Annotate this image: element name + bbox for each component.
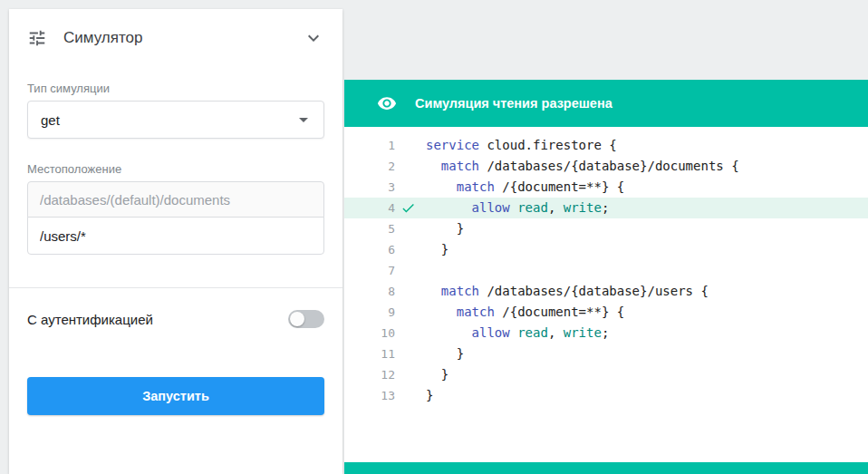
toggle-thumb [290, 312, 304, 326]
gutter-spacer [395, 343, 420, 364]
code-text: match /{document=**} { [420, 177, 624, 198]
line-number: 4 [344, 198, 395, 218]
code-text: service cloud.firestore { [420, 135, 617, 156]
line-number: 7 [344, 260, 395, 281]
gutter-spacer [395, 281, 420, 302]
divider [9, 287, 342, 288]
line-number: 13 [344, 385, 395, 406]
code-line[interactable]: 1service cloud.firestore { [344, 135, 868, 156]
code-line[interactable]: 4 allow read, write; [344, 198, 868, 218]
code-text: allow read, write; [420, 198, 609, 218]
line-number: 3 [344, 177, 395, 198]
dropdown-arrow-icon [293, 109, 314, 131]
location-input[interactable] [27, 217, 324, 255]
location-label: Местоположение [27, 162, 324, 176]
editor-area: Симуляция чтения разрешена 1service clou… [344, 0, 868, 474]
line-number: 5 [344, 218, 395, 239]
gutter-spacer [395, 177, 420, 198]
gutter-spacer [395, 364, 420, 385]
check-icon [395, 198, 420, 218]
result-banner: Симуляция чтения разрешена [344, 80, 868, 127]
line-number: 11 [344, 343, 395, 364]
line-number: 8 [344, 281, 395, 302]
code-line[interactable]: 2 match /databases/{database}/documents … [344, 156, 868, 177]
code-line[interactable]: 13} [344, 385, 868, 406]
simulation-type-value: get [41, 112, 293, 128]
gutter-spacer [395, 135, 420, 156]
simulation-type-select[interactable]: get [27, 101, 324, 139]
panel-title: Симулятор [63, 29, 303, 47]
simulator-header[interactable]: Симулятор [9, 9, 342, 62]
gutter-spacer [395, 239, 420, 260]
line-number: 2 [344, 156, 395, 177]
code-line[interactable]: 7 [344, 260, 868, 281]
code-text: match /databases/{database}/documents { [420, 156, 739, 177]
result-banner-text: Симуляция чтения разрешена [415, 96, 612, 111]
code-line[interactable]: 5 } [344, 218, 868, 239]
line-number: 6 [344, 239, 395, 260]
line-number: 12 [344, 364, 395, 385]
gutter-spacer [395, 218, 420, 239]
code-text: match /databases/{database}/users { [420, 281, 709, 302]
eye-icon [377, 93, 397, 113]
line-number: 1 [344, 135, 395, 156]
line-number: 10 [344, 323, 395, 343]
code-line[interactable]: 11 } [344, 343, 868, 364]
auth-toggle[interactable] [288, 310, 324, 328]
code-text: } [420, 218, 464, 239]
simulation-type-label: Тип симуляции [27, 82, 324, 95]
simulator-panel: Симулятор Тип симуляции get Местоположен… [9, 9, 342, 474]
gutter-spacer [395, 385, 420, 406]
gutter-spacer [395, 156, 420, 177]
chevron-down-icon[interactable] [303, 27, 324, 49]
location-prefix-field [27, 181, 324, 218]
code-text: allow read, write; [420, 323, 609, 343]
line-number: 9 [344, 302, 395, 323]
gutter-spacer [395, 323, 420, 343]
code-line[interactable]: 12 } [344, 364, 868, 385]
rules-editor[interactable]: 1service cloud.firestore {2 match /datab… [344, 127, 868, 462]
code-line[interactable]: 10 allow read, write; [344, 323, 868, 343]
tune-icon [27, 27, 49, 49]
gutter-spacer [395, 302, 420, 323]
code-line[interactable]: 8 match /databases/{database}/users { [344, 281, 868, 302]
code-text: match /{document=**} { [420, 302, 624, 323]
run-button[interactable]: Запустить [27, 377, 324, 415]
code-text: } [420, 385, 433, 406]
auth-row: С аутентификацией [27, 310, 324, 328]
code-text: } [420, 239, 448, 260]
code-text: } [420, 364, 448, 385]
gutter-spacer [395, 260, 420, 281]
auth-label: С аутентификацией [27, 312, 153, 327]
code-line[interactable]: 3 match /{document=**} { [344, 177, 868, 198]
code-text [420, 260, 426, 281]
bottom-result-strip [344, 462, 868, 474]
code-line[interactable]: 9 match /{document=**} { [344, 302, 868, 323]
code-text: } [420, 343, 464, 364]
code-line[interactable]: 6 } [344, 239, 868, 260]
